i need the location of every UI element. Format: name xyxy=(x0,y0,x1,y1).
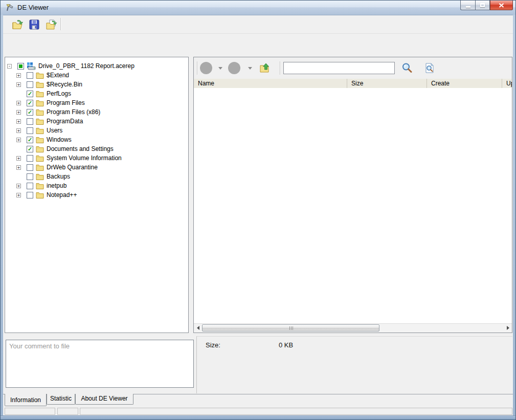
window-title: DE Viewer xyxy=(17,4,49,11)
folder-icon xyxy=(36,145,44,152)
tree-item-label[interactable]: $Extend xyxy=(47,72,69,79)
nav-forward-button[interactable] xyxy=(228,62,240,74)
nav-forward-dropdown-icon[interactable] xyxy=(248,67,252,70)
tree-checkbox-checked[interactable]: ✓ xyxy=(27,137,33,143)
expand-icon[interactable]: + xyxy=(16,156,21,161)
nav-back-button[interactable] xyxy=(200,62,212,74)
tree-row: +✓Program Files (x86) xyxy=(5,107,188,117)
size-value: 0 KB xyxy=(279,341,293,349)
search-magnifier-icon xyxy=(401,62,412,74)
title-bar[interactable]: DE Viewer xyxy=(1,1,515,15)
tree-checkbox-unchecked[interactable] xyxy=(27,118,33,125)
tree-item-label[interactable]: DrWeb Quarantine xyxy=(47,164,98,171)
folder-icon xyxy=(36,99,44,106)
tab-statistic[interactable]: Statistic xyxy=(47,394,75,405)
folder-icon xyxy=(36,145,44,152)
scroll-right-button[interactable] xyxy=(504,324,512,332)
folder-icon xyxy=(36,118,44,125)
tree-checkbox-unchecked[interactable] xyxy=(27,183,33,189)
folder-tree: -Drive_0_PBR_ 1182 Report.acerep+$Extend… xyxy=(5,57,188,200)
tree-checkbox-unchecked[interactable] xyxy=(27,192,33,198)
tree-item-label[interactable]: $Recycle.Bin xyxy=(47,81,82,88)
folder-icon xyxy=(36,99,44,106)
maximize-button[interactable] xyxy=(475,1,490,10)
tree-item-label[interactable]: Program Files (x86) xyxy=(47,108,100,116)
tree-checkbox-filled[interactable] xyxy=(17,63,24,70)
folder-icon xyxy=(36,136,44,143)
tree-item-label[interactable]: Windows xyxy=(47,136,72,143)
expand-icon[interactable]: + xyxy=(16,165,21,170)
size-label: Size: xyxy=(206,341,220,349)
expand-icon[interactable]: + xyxy=(16,73,21,78)
window-frame-right xyxy=(513,15,515,416)
folder-up-button[interactable] xyxy=(259,62,271,74)
expand-icon[interactable]: + xyxy=(16,110,21,115)
tree-checkbox-unchecked[interactable] xyxy=(27,164,33,171)
comment-textarea[interactable] xyxy=(6,340,194,388)
tree-checkbox-unchecked[interactable] xyxy=(27,72,33,79)
filled-square-icon xyxy=(19,64,23,68)
folder-icon xyxy=(36,136,44,143)
collapse-icon[interactable]: - xyxy=(7,64,12,69)
column-header-update[interactable]: Up xyxy=(502,79,512,88)
expand-icon[interactable]: + xyxy=(16,138,21,142)
tree-item-label[interactable]: ProgramData xyxy=(47,118,83,125)
column-header-create[interactable]: Create xyxy=(427,79,502,88)
expand-icon[interactable]: + xyxy=(16,101,21,105)
close-icon xyxy=(499,3,504,8)
app-icon xyxy=(5,3,14,12)
file-list-body[interactable] xyxy=(194,88,512,324)
search-input[interactable] xyxy=(283,62,395,74)
tree-checkbox-unchecked[interactable] xyxy=(27,155,33,162)
search-in-file-button[interactable] xyxy=(423,62,436,74)
checkmark-icon: ✓ xyxy=(28,91,32,97)
tree-checkbox-checked[interactable]: ✓ xyxy=(27,100,33,106)
tree-row: +System Volume Information xyxy=(5,153,188,163)
open-report-button[interactable] xyxy=(10,17,25,32)
tree-checkbox-unchecked[interactable] xyxy=(27,127,33,134)
folder-icon xyxy=(36,108,44,116)
folder-icon xyxy=(36,173,44,180)
tree-item-label[interactable]: Documents and Settings xyxy=(47,145,114,152)
tree-item-label[interactable]: Notepad++ xyxy=(47,191,77,198)
checkmark-icon: ✓ xyxy=(28,146,32,152)
expand-icon[interactable]: + xyxy=(16,82,21,87)
tree-checkbox-checked[interactable]: ✓ xyxy=(27,109,33,116)
tree-checkbox-unchecked[interactable] xyxy=(27,81,33,88)
tree-item-label[interactable]: Drive_0_PBR_ 1182 Report.acerep xyxy=(38,62,134,70)
save-button[interactable] xyxy=(27,17,42,32)
tree-checkbox-unchecked[interactable] xyxy=(27,173,33,180)
expand-icon[interactable]: + xyxy=(16,119,21,124)
column-header-size[interactable]: Size xyxy=(347,79,427,88)
tree-item-label[interactable]: Users xyxy=(47,127,62,134)
tree-item-label[interactable]: inetpub xyxy=(47,182,66,189)
close-button[interactable] xyxy=(490,1,513,10)
horizontal-scrollbar[interactable] xyxy=(194,323,512,333)
tab-information[interactable]: Information xyxy=(5,394,47,406)
tree-item-label[interactable]: Backups xyxy=(47,173,70,180)
folder-up-icon xyxy=(259,62,271,74)
tree-checkbox-checked[interactable]: ✓ xyxy=(27,146,33,152)
export-button[interactable] xyxy=(44,17,59,32)
scroll-left-button[interactable] xyxy=(194,324,202,332)
tree-item-label[interactable]: System Volume Information xyxy=(47,154,122,162)
scrollbar-thumb[interactable] xyxy=(202,324,379,331)
tree-item-label[interactable]: Program Files xyxy=(47,99,85,106)
tree-row: +$Recycle.Bin xyxy=(5,80,188,89)
folder-icon xyxy=(36,118,44,125)
column-header-name[interactable]: Name xyxy=(194,79,347,88)
minimize-button[interactable] xyxy=(460,1,475,10)
expand-icon[interactable]: + xyxy=(16,193,21,197)
tree-row: -Drive_0_PBR_ 1182 Report.acerep xyxy=(5,61,188,71)
tree-item-label[interactable]: PerfLogs xyxy=(47,90,71,97)
file-list-panel: Name Size Create Up xyxy=(193,57,512,333)
file-list-header: Name Size Create Up xyxy=(194,79,512,89)
expand-icon[interactable]: + xyxy=(16,184,21,188)
folder-icon xyxy=(36,90,44,97)
tab-about-de-viewer[interactable]: About DE Viewer xyxy=(75,394,133,405)
tree-checkbox-checked[interactable]: ✓ xyxy=(27,91,33,97)
nav-back-dropdown-icon[interactable] xyxy=(218,67,222,70)
window-frame-left xyxy=(1,15,3,416)
search-button[interactable] xyxy=(400,62,413,74)
expand-icon[interactable]: + xyxy=(16,128,21,133)
